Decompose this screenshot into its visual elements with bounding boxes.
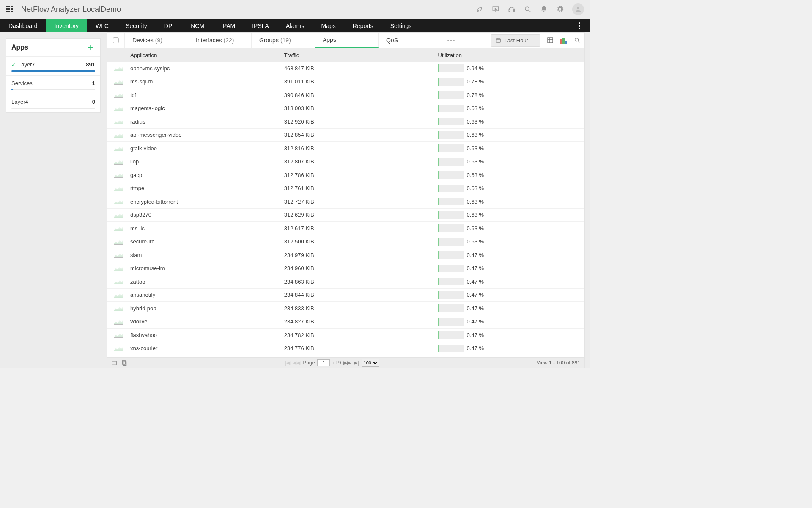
table-row[interactable]: dsp3270312.629 KiB0.63 %	[107, 209, 584, 222]
sidebar-item-layer4[interactable]: Layer40	[6, 94, 100, 108]
subtab-interfaces[interactable]: Interfaces (22)	[188, 33, 252, 48]
subtab-devices[interactable]: Devices (9)	[125, 33, 188, 48]
nav-tab-reports[interactable]: Reports	[344, 19, 382, 32]
table-row[interactable]: micromuse-lm234.960 KiB0.47 %	[107, 262, 584, 276]
sparkline-icon[interactable]	[114, 305, 123, 311]
time-range-selector[interactable]: Last Hour	[491, 34, 540, 47]
sparkline-icon[interactable]	[114, 92, 123, 98]
table-row[interactable]: vdolive234.827 KiB0.47 %	[107, 315, 584, 329]
sparkline-icon[interactable]	[114, 132, 123, 138]
presentation-icon[interactable]	[492, 6, 499, 13]
nav-tab-ipam[interactable]: IPAM	[213, 19, 244, 32]
table-row[interactable]: hybrid-pop234.833 KiB0.47 %	[107, 302, 584, 315]
utilization-bar	[438, 78, 464, 86]
nav-tab-security[interactable]: Security	[117, 19, 156, 32]
column-utilization[interactable]: Utilization	[438, 52, 584, 58]
subtab-groups[interactable]: Groups (19)	[252, 33, 315, 48]
column-application[interactable]: Application	[130, 52, 284, 58]
nav-tab-settings[interactable]: Settings	[382, 19, 420, 32]
search-icon[interactable]	[524, 6, 532, 13]
sparkline-icon[interactable]	[114, 292, 123, 298]
nav-tab-inventory[interactable]: Inventory	[46, 19, 88, 32]
search-table-icon[interactable]	[573, 36, 581, 44]
table-row[interactable]: radius312.920 KiB0.63 %	[107, 115, 584, 129]
sparkline-icon[interactable]	[114, 212, 123, 218]
bell-icon[interactable]	[540, 6, 548, 13]
sparkline-icon[interactable]	[114, 319, 123, 325]
table-view-icon[interactable]	[546, 36, 554, 44]
select-all-checkbox[interactable]	[113, 37, 119, 43]
sparkline-icon[interactable]	[114, 105, 123, 111]
table-row[interactable]: xns-courier234.776 KiB0.47 %	[107, 342, 584, 356]
rocket-icon[interactable]	[476, 6, 483, 13]
add-app-button[interactable]: ＋	[86, 43, 95, 52]
cell-utilization: 0.78 %	[438, 78, 584, 86]
sparkline-icon[interactable]	[114, 185, 123, 191]
pager-last-icon[interactable]: ▶|	[354, 360, 359, 366]
sparkline-icon[interactable]	[114, 199, 123, 204]
sidebar-item-layer7[interactable]: ✓Layer7891	[6, 57, 100, 70]
table-row[interactable]: rtmpe312.761 KiB0.63 %	[107, 182, 584, 196]
pager-size-select[interactable]: 100	[362, 359, 379, 367]
footer-export-icon[interactable]	[121, 360, 127, 366]
table-row[interactable]: siam234.979 KiB0.47 %	[107, 248, 584, 262]
apps-grid-icon[interactable]	[6, 6, 14, 13]
nav-tab-alarms[interactable]: Alarms	[277, 19, 313, 32]
pager-page-input[interactable]	[317, 359, 330, 366]
table-row[interactable]: gacp312.786 KiB0.63 %	[107, 168, 584, 182]
sparkline-icon[interactable]	[114, 265, 123, 271]
gear-icon[interactable]	[556, 6, 564, 13]
chart-view-icon[interactable]	[560, 36, 568, 44]
sparkline-icon[interactable]	[114, 345, 123, 351]
table-row[interactable]: ms-sql-m391.011 KiB0.78 %	[107, 75, 584, 89]
pager-prev-icon[interactable]: ◀◀	[293, 360, 300, 366]
table-row[interactable]: flashyahoo234.782 KiB0.47 %	[107, 329, 584, 342]
sparkline-icon[interactable]	[114, 145, 123, 151]
sparkline-icon[interactable]	[114, 159, 123, 165]
nav-tab-dashboard[interactable]: Dashboard	[0, 19, 46, 32]
subtabs-more-icon[interactable]: •••	[442, 33, 461, 48]
sparkline-icon[interactable]	[114, 279, 123, 284]
nav-tab-wlc[interactable]: WLC	[87, 19, 117, 32]
column-traffic[interactable]: Traffic	[284, 52, 438, 58]
subtab-qos[interactable]: QoS	[379, 33, 442, 48]
table-row[interactable]: secure-irc312.500 KiB0.63 %	[107, 235, 584, 249]
cell-application: openvms-sysipc	[130, 65, 284, 72]
subtab-apps[interactable]: Apps	[315, 33, 379, 48]
sparkline-icon[interactable]	[114, 332, 123, 338]
sparkline-icon[interactable]	[114, 119, 123, 124]
sparkline-icon[interactable]	[114, 225, 123, 231]
sidebar-item-services[interactable]: Services1	[6, 75, 100, 89]
svg-point-7	[579, 28, 580, 29]
footer-calendar-icon[interactable]	[111, 360, 117, 366]
nav-tab-dpi[interactable]: DPI	[156, 19, 182, 32]
table-row[interactable]: openvms-sysipc468.847 KiB0.94 %	[107, 62, 584, 75]
headset-icon[interactable]	[508, 6, 516, 13]
sparkline-icon[interactable]	[114, 79, 123, 85]
table-row[interactable]: ansanotify234.844 KiB0.47 %	[107, 289, 584, 302]
sparkline-icon[interactable]	[114, 65, 123, 71]
table-row[interactable]: encrypted-bittorrent312.727 KiB0.63 %	[107, 195, 584, 209]
pager-next-icon[interactable]: ▶▶	[343, 360, 351, 366]
nav-tab-ipsla[interactable]: IPSLA	[244, 19, 277, 32]
table-row[interactable]: tcf390.846 KiB0.78 %	[107, 88, 584, 102]
pager-first-icon[interactable]: |◀	[285, 360, 290, 366]
utilization-bar	[438, 265, 464, 272]
cell-application: vdolive	[130, 318, 284, 325]
table-row[interactable]: gtalk-video312.816 KiB0.63 %	[107, 142, 584, 155]
sparkline-icon[interactable]	[114, 252, 123, 258]
nav-more-icon[interactable]	[573, 19, 586, 32]
table-body[interactable]: openvms-sysipc468.847 KiB0.94 %ms-sql-m3…	[107, 62, 585, 357]
cell-utilization: 0.47 %	[438, 291, 584, 299]
utilization-value: 0.47 %	[467, 305, 484, 312]
table-row[interactable]: ms-iis312.617 KiB0.63 %	[107, 222, 584, 235]
sparkline-icon[interactable]	[114, 239, 123, 245]
user-avatar[interactable]	[572, 3, 584, 15]
table-row[interactable]: zattoo234.863 KiB0.47 %	[107, 275, 584, 289]
table-row[interactable]: magenta-logic313.003 KiB0.63 %	[107, 102, 584, 116]
table-row[interactable]: iiop312.807 KiB0.63 %	[107, 155, 584, 169]
nav-tab-maps[interactable]: Maps	[313, 19, 344, 32]
table-row[interactable]: aol-messenger-video312.854 KiB0.63 %	[107, 129, 584, 142]
sparkline-icon[interactable]	[114, 172, 123, 178]
nav-tab-ncm[interactable]: NCM	[182, 19, 213, 32]
